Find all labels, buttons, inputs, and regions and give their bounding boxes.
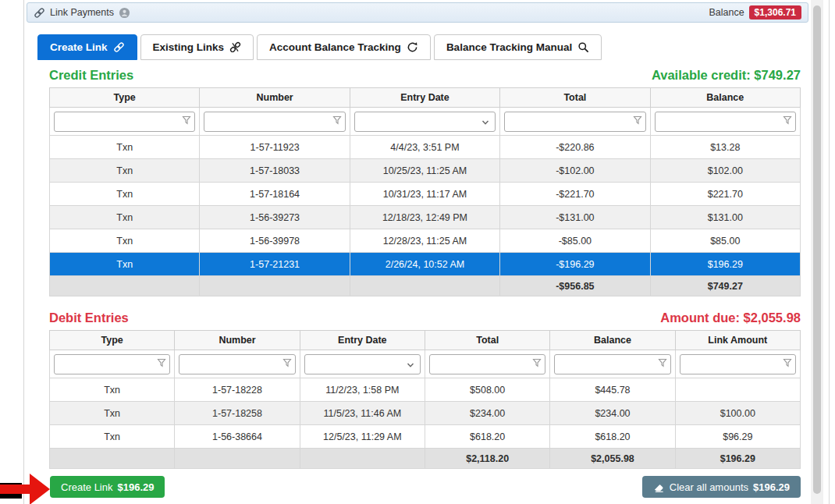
funnel-icon[interactable] bbox=[182, 115, 191, 125]
column-header[interactable]: Number bbox=[175, 331, 300, 350]
table-row[interactable]: Txn1-57-1803310/25/23, 11:25 AM-$102.00$… bbox=[50, 159, 801, 183]
tab-balance-tracking-manual[interactable]: Balance Tracking Manual bbox=[434, 34, 602, 60]
footer-cell: $749.27 bbox=[650, 276, 800, 296]
chevron-down-icon[interactable] bbox=[406, 360, 415, 370]
table-row[interactable]: Txn1-57-119234/4/23, 3:51 PM-$220.86$13.… bbox=[50, 136, 801, 159]
table-row[interactable]: Txn1-57-212312/26/24, 10:52 AM-$196.29$1… bbox=[50, 253, 801, 276]
credit-table: TypeNumberEntry DateTotalBalance Txn1-57… bbox=[49, 87, 801, 296]
clear-all-amounts-button[interactable]: Clear all amounts $196.29 bbox=[642, 476, 801, 498]
table-cell: $102.00 bbox=[650, 159, 800, 183]
footer-cell bbox=[300, 449, 425, 469]
debit-header-row: TypeNumberEntry DateTotalBalanceLink Amo… bbox=[50, 331, 801, 350]
table-cell: 11/2/23, 1:58 PM bbox=[300, 378, 425, 402]
table-cell: $618.20 bbox=[550, 425, 675, 449]
filter-input-balance[interactable] bbox=[656, 112, 795, 131]
filter-input-total[interactable] bbox=[505, 112, 645, 131]
table-cell: 10/25/23, 11:25 AM bbox=[350, 159, 499, 183]
funnel-icon[interactable] bbox=[783, 358, 792, 367]
tab-label: Account Balance Tracking bbox=[269, 41, 401, 53]
create-link-amount: $196.29 bbox=[117, 481, 154, 493]
tab-create-link[interactable]: Create Link bbox=[37, 34, 137, 60]
topbar: Link Payments Balance $1,306.71 bbox=[27, 2, 808, 23]
tab-label: Balance Tracking Manual bbox=[446, 41, 572, 53]
filter-input-type[interactable] bbox=[55, 355, 169, 374]
funnel-icon[interactable] bbox=[783, 115, 792, 125]
footer-cell bbox=[50, 449, 175, 469]
action-bar: Create Link $196.29 Clear all amounts $1… bbox=[49, 476, 801, 498]
tab-label: Existing Links bbox=[153, 41, 225, 53]
filter-select-entry-date[interactable] bbox=[304, 354, 421, 374]
filter-input-entry-date[interactable] bbox=[355, 112, 495, 131]
page-title: Link Payments bbox=[50, 7, 114, 18]
circle-badge-icon bbox=[119, 7, 130, 19]
column-header[interactable]: Type bbox=[50, 88, 200, 108]
table-cell: $221.70 bbox=[650, 183, 800, 206]
filter-input-entry-date[interactable] bbox=[305, 355, 420, 374]
column-header[interactable]: Number bbox=[200, 88, 350, 108]
column-header[interactable]: Total bbox=[500, 88, 650, 108]
funnel-icon[interactable] bbox=[332, 115, 342, 125]
table-cell: 1-56-39978 bbox=[200, 229, 350, 253]
table-row[interactable]: Txn1-57-1816410/31/23, 11:17 AM-$221.70$… bbox=[50, 183, 801, 206]
credit-filter-row bbox=[50, 108, 801, 136]
table-row[interactable]: Txn1-57-1822811/2/23, 1:58 PM$508.00$445… bbox=[50, 378, 801, 402]
table-cell bbox=[675, 378, 800, 402]
vertical-scrollbar[interactable] bbox=[811, 0, 823, 504]
balance-badge: $1,306.71 bbox=[749, 5, 801, 20]
link-icon bbox=[34, 7, 45, 19]
filter-input-number[interactable] bbox=[204, 112, 344, 131]
table-cell: Txn bbox=[50, 159, 200, 183]
table-cell: 12/5/23, 11:29 AM bbox=[300, 425, 425, 449]
table-cell: 1-57-18258 bbox=[175, 402, 300, 425]
column-header[interactable]: Balance bbox=[650, 88, 800, 108]
table-cell: $508.00 bbox=[425, 378, 549, 402]
filter-input-link-amount[interactable] bbox=[680, 355, 795, 374]
table-row[interactable]: Txn1-56-3866412/5/23, 11:29 AM$618.20$61… bbox=[50, 425, 801, 449]
table-cell: $13.28 bbox=[650, 136, 800, 159]
credit-section-header: Credit Entries Available credit: $749.27 bbox=[49, 68, 801, 83]
table-cell: -$131.00 bbox=[500, 206, 650, 229]
funnel-icon[interactable] bbox=[658, 358, 667, 367]
table-cell: Txn bbox=[50, 253, 200, 276]
table-cell: $234.00 bbox=[550, 402, 675, 425]
funnel-icon[interactable] bbox=[157, 358, 166, 367]
create-link-button[interactable]: Create Link $196.29 bbox=[50, 476, 165, 498]
column-header[interactable]: Balance bbox=[550, 331, 675, 350]
tab-bar: Create Link Existing Links Account Balan… bbox=[37, 34, 801, 60]
filter-input-number[interactable] bbox=[179, 355, 294, 374]
table-cell: 11/5/23, 11:46 AM bbox=[300, 402, 425, 425]
chevron-down-icon[interactable] bbox=[481, 118, 490, 127]
table-cell: Txn bbox=[50, 136, 200, 159]
funnel-icon[interactable] bbox=[282, 358, 292, 367]
tab-existing-links[interactable]: Existing Links bbox=[140, 34, 254, 60]
column-header[interactable]: Total bbox=[425, 331, 549, 350]
debit-filter-row bbox=[50, 350, 801, 378]
column-header[interactable]: Entry Date bbox=[300, 331, 425, 350]
clear-all-amount: $196.29 bbox=[753, 481, 790, 493]
tab-account-balance-tracking[interactable]: Account Balance Tracking bbox=[257, 34, 431, 60]
table-cell: -$221.70 bbox=[500, 183, 650, 206]
table-row[interactable]: Txn1-56-3997812/28/23, 11:25 AM-$85.00$8… bbox=[50, 229, 801, 253]
table-row[interactable]: Txn1-57-1825811/5/23, 11:46 AM$234.00$23… bbox=[50, 402, 801, 425]
funnel-icon[interactable] bbox=[532, 358, 542, 367]
funnel-icon[interactable] bbox=[633, 115, 642, 125]
column-header[interactable]: Type bbox=[50, 331, 175, 350]
filter-input-type[interactable] bbox=[55, 112, 194, 131]
table-row[interactable]: Txn1-56-3927312/18/23, 12:49 PM-$131.00$… bbox=[50, 206, 801, 229]
debit-entries-title: Debit Entries bbox=[49, 311, 129, 325]
table-cell: 1-57-21231 bbox=[200, 253, 350, 276]
tab-content: Create Link Existing Links Account Balan… bbox=[49, 34, 801, 498]
app-window: Link Payments Balance $1,306.71 Create L… bbox=[23, 0, 830, 504]
available-credit-value: Available credit: $749.27 bbox=[652, 68, 801, 83]
filter-input-total[interactable] bbox=[430, 355, 545, 374]
table-cell: -$102.00 bbox=[500, 159, 650, 183]
filter-select-entry-date[interactable] bbox=[354, 112, 496, 132]
filter-input-balance[interactable] bbox=[555, 355, 670, 374]
table-cell: $618.20 bbox=[425, 425, 549, 449]
table-cell: -$196.29 bbox=[500, 253, 650, 276]
column-header[interactable]: Link Amount bbox=[675, 331, 800, 350]
table-cell: $100.00 bbox=[675, 402, 800, 425]
scrollbar-thumb[interactable] bbox=[813, 5, 821, 494]
table-cell: 2/26/24, 10:52 AM bbox=[350, 253, 499, 276]
column-header[interactable]: Entry Date bbox=[350, 88, 499, 108]
